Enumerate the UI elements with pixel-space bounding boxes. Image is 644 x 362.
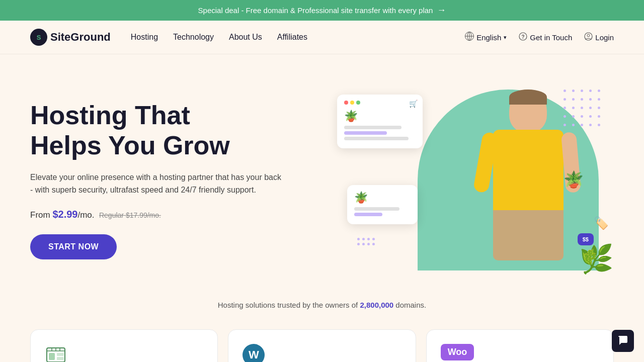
svg-rect-12 bbox=[57, 353, 64, 356]
hero-section: Hosting That Helps You Grow Elevate your… bbox=[0, 54, 644, 291]
language-selector[interactable]: English ▾ bbox=[465, 32, 507, 43]
nav-left: S SiteGround Hosting Technology About Us… bbox=[30, 29, 307, 46]
banner-arrow: → bbox=[437, 5, 446, 16]
web-hosting-card: Web Hosting Fast and secure hosting for … bbox=[30, 329, 218, 362]
hero-description: Elevate your online presence with a host… bbox=[30, 171, 282, 197]
dots-pattern-2 bbox=[357, 238, 375, 245]
hero-title: Hosting That Helps You Grow bbox=[30, 101, 282, 161]
chevron-down-icon: ▾ bbox=[504, 34, 507, 41]
price-badge-decoration: $$ bbox=[578, 233, 594, 245]
get-in-touch-link[interactable]: ? Get in Touch bbox=[519, 32, 572, 42]
hero-price: From $2.99/mo. Regular $17.99/mo. bbox=[30, 209, 282, 220]
logo[interactable]: S SiteGround bbox=[30, 29, 111, 46]
svg-text:S: S bbox=[37, 34, 41, 41]
promo-banner[interactable]: Special deal - Free domain & Professiona… bbox=[0, 0, 644, 21]
nav-technology[interactable]: Technology bbox=[173, 33, 214, 42]
trust-text-before: Hosting solutions trusted by the owners … bbox=[218, 301, 360, 309]
get-in-touch-label: Get in Touch bbox=[530, 33, 572, 42]
svg-point-9 bbox=[587, 34, 590, 37]
language-label: English bbox=[476, 33, 501, 42]
main-nav: S SiteGround Hosting Technology About Us… bbox=[0, 21, 644, 54]
nav-right: English ▾ ? Get in Touch Login bbox=[465, 32, 614, 43]
nav-about[interactable]: About Us bbox=[229, 33, 262, 42]
web-hosting-icon bbox=[45, 344, 67, 362]
regular-price: Regular $17.99/mo. bbox=[99, 211, 161, 219]
nav-affiliates[interactable]: Affiliates bbox=[277, 33, 307, 42]
price-tag-icon: 🏷️ bbox=[594, 216, 609, 230]
ui-card-1: 🪴 🛒 bbox=[337, 95, 423, 148]
start-now-button[interactable]: START NOW bbox=[30, 234, 117, 259]
login-icon bbox=[584, 32, 593, 42]
login-label: Login bbox=[595, 33, 614, 42]
banner-text: Special deal - Free domain & Professiona… bbox=[198, 6, 433, 15]
svg-rect-11 bbox=[49, 353, 55, 360]
nav-links: Hosting Technology About Us Affiliates bbox=[131, 33, 307, 42]
trust-section: Hosting solutions trusted by the owners … bbox=[0, 291, 644, 324]
login-link[interactable]: Login bbox=[584, 32, 614, 42]
wordpress-icon: W bbox=[243, 344, 265, 362]
hosting-cards-section: Web Hosting Fast and secure hosting for … bbox=[0, 324, 644, 362]
logo-text: SiteGround bbox=[50, 31, 111, 44]
cactus-decoration: 🌵 bbox=[581, 249, 599, 265]
get-in-touch-icon: ? bbox=[519, 32, 527, 42]
hero-illustration: 🪴 🛒 🪴 🪴 🌿 bbox=[337, 84, 614, 276]
logo-icon: S bbox=[30, 29, 47, 46]
svg-rect-13 bbox=[57, 357, 64, 360]
nav-hosting[interactable]: Hosting bbox=[131, 33, 158, 42]
woocommerce-hosting-card: Woo WooCommerce Hosting Boost your busin… bbox=[426, 329, 614, 362]
wordpress-hosting-card: W WordPress Hosting Manage your WordPres… bbox=[228, 329, 416, 362]
woo-icon: Woo bbox=[441, 344, 474, 360]
svg-text:?: ? bbox=[522, 34, 525, 40]
language-icon bbox=[465, 32, 474, 43]
trust-number: 2,800,000 bbox=[360, 301, 393, 309]
ui-card-2: 🪴 bbox=[347, 185, 418, 224]
trust-text-after: domains. bbox=[393, 301, 426, 309]
price-value: $2.99 bbox=[52, 209, 77, 220]
person-figure: 🪴 bbox=[468, 89, 589, 276]
hero-text: Hosting That Helps You Grow Elevate your… bbox=[30, 101, 282, 259]
chat-button[interactable] bbox=[612, 330, 634, 352]
